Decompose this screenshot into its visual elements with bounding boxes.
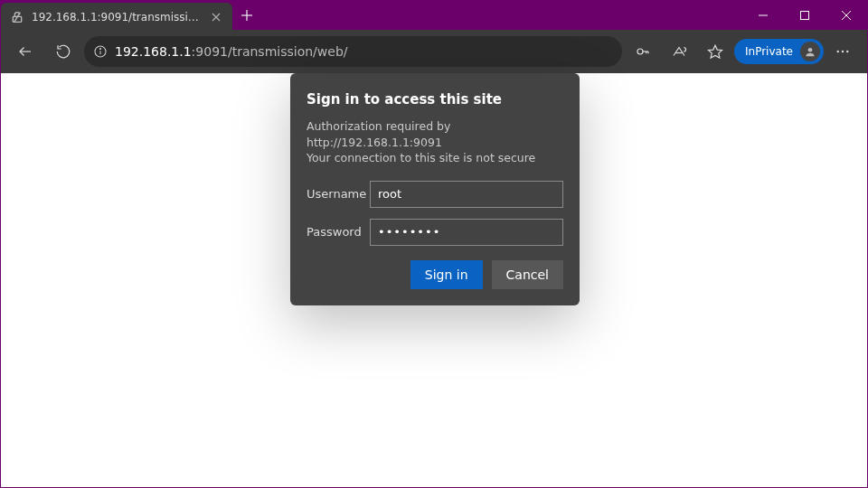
- window-controls: [742, 1, 867, 30]
- address-path: :9091/transmission/web/: [192, 44, 348, 59]
- password-input[interactable]: [370, 219, 563, 246]
- svg-rect-7: [801, 12, 809, 20]
- browser-tab[interactable]: 192.168.1.1:9091/transmission/w: [1, 3, 232, 32]
- dialog-message-line1: Authorization required by http://192.168…: [307, 118, 563, 150]
- svg-marker-19: [709, 45, 722, 58]
- dialog-title: Sign in to access this site: [307, 91, 563, 108]
- toolbar-right: InPrivate: [626, 35, 860, 68]
- svg-point-20: [808, 48, 813, 52]
- new-tab-button[interactable]: [232, 1, 261, 30]
- dialog-buttons: Sign in Cancel: [307, 260, 563, 289]
- signin-button[interactable]: Sign in: [410, 260, 483, 289]
- profile-avatar-icon: [800, 42, 820, 61]
- read-aloud-icon[interactable]: [662, 35, 696, 68]
- close-window-button[interactable]: [826, 1, 867, 30]
- svg-point-22: [842, 51, 844, 52]
- svg-point-13: [99, 48, 100, 49]
- maximize-button[interactable]: [784, 1, 826, 30]
- cancel-button[interactable]: Cancel: [492, 260, 563, 289]
- username-input[interactable]: [370, 181, 563, 208]
- address-text: 192.168.1.1:9091/transmission/web/: [115, 44, 613, 59]
- password-label: Password: [307, 225, 370, 239]
- address-bar[interactable]: 192.168.1.1:9091/transmission/web/: [84, 36, 622, 67]
- inprivate-badge[interactable]: InPrivate: [734, 39, 824, 64]
- svg-point-21: [837, 51, 839, 52]
- titlebar-drag-area[interactable]: [261, 1, 742, 30]
- site-info-icon[interactable]: [93, 44, 108, 59]
- svg-point-14: [637, 49, 643, 54]
- content-area: Sign in to access this site Authorizatio…: [1, 73, 867, 487]
- back-button[interactable]: [8, 35, 42, 68]
- refresh-button[interactable]: [46, 35, 80, 68]
- username-label: Username: [307, 187, 370, 201]
- address-host: 192.168.1.1: [115, 44, 192, 59]
- browser-window: 192.168.1.1:9091/transmission/w: [0, 0, 868, 488]
- password-row: Password: [307, 219, 563, 246]
- svg-point-23: [846, 51, 848, 52]
- dialog-message: Authorization required by http://192.168…: [307, 118, 563, 166]
- tab-close-icon[interactable]: [209, 10, 223, 24]
- tab-title: 192.168.1.1:9091/transmission/w: [32, 11, 202, 23]
- minimize-button[interactable]: [742, 1, 784, 30]
- not-secure-icon: [10, 10, 24, 24]
- inprivate-label: InPrivate: [745, 45, 793, 58]
- toolbar: 192.168.1.1:9091/transmission/web/ InPri…: [1, 30, 867, 73]
- dialog-message-line2: Your connection to this site is not secu…: [307, 150, 563, 166]
- menu-button[interactable]: [826, 35, 860, 68]
- auth-dialog: Sign in to access this site Authorizatio…: [290, 73, 580, 305]
- titlebar: 192.168.1.1:9091/transmission/w: [1, 1, 867, 30]
- username-row: Username: [307, 181, 563, 208]
- tab-strip: 192.168.1.1:9091/transmission/w: [1, 1, 261, 30]
- password-manager-icon[interactable]: [626, 35, 660, 68]
- favorite-icon[interactable]: [698, 35, 732, 68]
